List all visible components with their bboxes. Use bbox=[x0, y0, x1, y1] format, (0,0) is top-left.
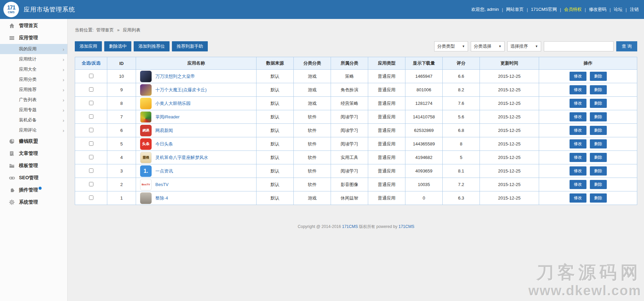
app-source: 默认 bbox=[257, 110, 294, 124]
row-checkbox[interactable] bbox=[89, 114, 93, 119]
sidebar-item[interactable]: 应用分类› bbox=[0, 74, 67, 85]
app-name-link[interactable]: BesTV bbox=[155, 182, 169, 187]
select-all-header[interactable]: 全选/反选 bbox=[75, 57, 107, 70]
sidebar-item[interactable]: 应用评论› bbox=[0, 125, 67, 135]
sidebar-item[interactable]: 管理首页 bbox=[0, 20, 67, 32]
edit-button[interactable]: 修改 bbox=[570, 85, 586, 94]
delete-button[interactable]: 删除 bbox=[590, 99, 607, 108]
app-name-link[interactable]: 今日头条 bbox=[155, 141, 173, 147]
footer-link-2[interactable]: 171CMS bbox=[399, 224, 415, 229]
edit-button[interactable]: 修改 bbox=[570, 126, 586, 135]
app-updated: 2015-12-25 bbox=[480, 164, 539, 178]
sidebar-item[interactable]: 应用统计› bbox=[0, 54, 67, 64]
edit-button[interactable]: 修改 bbox=[570, 99, 586, 108]
breadcrumb-home-link[interactable]: 管理首页 bbox=[96, 27, 114, 32]
row-checkbox[interactable] bbox=[89, 74, 93, 78]
row-checkbox[interactable] bbox=[89, 141, 93, 146]
sidebar-item[interactable]: 文章管理 bbox=[0, 147, 67, 160]
sidebar-item[interactable]: 应用专题› bbox=[0, 105, 67, 115]
app-name-link[interactable]: 万万没想到之大皇帝 bbox=[155, 73, 195, 79]
sidebar-item[interactable]: 装机必备› bbox=[0, 115, 67, 125]
app-type: 普通应用 bbox=[368, 124, 405, 137]
app-name-link[interactable]: 十万个大魔王(点爆皮卡丘) bbox=[155, 87, 207, 93]
sidebar-item[interactable]: 应用推荐› bbox=[0, 85, 67, 95]
add-to-recommend-button[interactable]: 添加到推荐位 bbox=[134, 41, 170, 51]
row-checkbox[interactable] bbox=[89, 168, 93, 173]
app-id: 8 bbox=[107, 97, 136, 110]
app-name-link[interactable]: 小黄人大眼萌乐园 bbox=[155, 100, 191, 107]
sidebar-item[interactable]: SEO管理 bbox=[0, 172, 67, 184]
header-link-separator: | bbox=[609, 7, 610, 12]
delete-button[interactable]: 删除 bbox=[590, 193, 607, 203]
delete-button[interactable]: 删除 bbox=[590, 153, 607, 162]
app-source: 默认 bbox=[257, 178, 294, 191]
chevron-right-icon: › bbox=[63, 67, 64, 72]
header-link[interactable]: 修改密码 bbox=[589, 6, 606, 13]
app-score: 5 bbox=[443, 151, 480, 164]
delete-button[interactable]: 删除 bbox=[590, 139, 607, 148]
edit-button[interactable]: 修改 bbox=[570, 139, 586, 148]
app-subcategory: 实用工具 bbox=[331, 151, 368, 164]
app-source: 默认 bbox=[257, 83, 294, 97]
footer-link-1[interactable]: 171CMS bbox=[342, 224, 358, 229]
app-name-link[interactable]: 一点资讯 bbox=[155, 168, 173, 174]
app-id: 9 bbox=[107, 83, 136, 97]
delete-button[interactable]: 删除 bbox=[590, 72, 607, 81]
header-link[interactable]: 网站首页 bbox=[506, 6, 524, 13]
app-name-link[interactable]: 灵机算命八字星座解梦风水 bbox=[155, 155, 208, 161]
app-name-link[interactable]: 掌阅iReader bbox=[155, 114, 180, 120]
row-checkbox[interactable] bbox=[89, 195, 93, 200]
header-link[interactable]: 会员特权 bbox=[564, 6, 582, 13]
breadcrumb: 当前位置: 管理首页 » 应用列表 bbox=[75, 19, 637, 33]
edit-button[interactable]: 修改 bbox=[570, 166, 586, 176]
header-link[interactable]: 171CMS官网 bbox=[531, 6, 557, 13]
row-checkbox[interactable] bbox=[89, 155, 93, 159]
delete-button[interactable]: 删除 bbox=[590, 126, 607, 135]
app-name-link[interactable]: 整除·4 bbox=[155, 195, 168, 201]
app-subcategory: 经营策略 bbox=[331, 97, 368, 110]
header-link[interactable]: 论坛 bbox=[614, 6, 623, 13]
delete-button[interactable]: 删除 bbox=[590, 166, 607, 176]
sort-order-select[interactable]: 选择排序▼ bbox=[507, 41, 541, 51]
category-select[interactable]: 分类选择▼ bbox=[471, 41, 505, 51]
add-app-button[interactable]: 添加应用 bbox=[75, 41, 102, 51]
app-id: 1 bbox=[107, 191, 136, 205]
header-link[interactable]: 注销 bbox=[630, 6, 639, 13]
menu-icon bbox=[9, 35, 15, 41]
sidebar-item[interactable]: 插件管理 bbox=[0, 184, 67, 196]
app-name-link[interactable]: 网易新闻 bbox=[155, 128, 173, 134]
delete-button[interactable]: 删除 bbox=[590, 112, 607, 121]
edit-button[interactable]: 修改 bbox=[570, 193, 586, 203]
edit-button[interactable]: 修改 bbox=[570, 112, 586, 121]
sidebar-item-label: 应用分类 bbox=[19, 76, 37, 83]
sidebar-item[interactable]: 系统管理 bbox=[0, 196, 67, 208]
search-input[interactable] bbox=[544, 41, 614, 51]
recommend-newbie-button[interactable]: 推荐到新手助 bbox=[172, 41, 208, 51]
app-score: 7.2 bbox=[443, 178, 480, 191]
category-type-select[interactable]: 分类类型▼ bbox=[434, 41, 468, 51]
row-checkbox[interactable] bbox=[89, 128, 93, 132]
notification-dot bbox=[39, 187, 42, 190]
row-checkbox[interactable] bbox=[89, 101, 93, 105]
edit-button[interactable]: 修改 bbox=[570, 180, 586, 189]
delete-selected-button[interactable]: 删除选中 bbox=[104, 41, 131, 51]
edit-button[interactable]: 修改 bbox=[570, 153, 586, 162]
sidebar-item[interactable]: 应用大全› bbox=[0, 64, 67, 74]
row-checkbox[interactable] bbox=[89, 182, 93, 186]
app-downloads: 4194682 bbox=[405, 151, 443, 164]
header-link[interactable]: 欢迎您, admin bbox=[471, 6, 499, 13]
logo: 171 CMS bbox=[3, 2, 19, 17]
edit-button[interactable]: 修改 bbox=[570, 72, 586, 81]
sidebar-item[interactable]: 我的应用› bbox=[0, 44, 67, 54]
app-type: 普通应用 bbox=[368, 191, 405, 205]
search-button[interactable]: 查 询 bbox=[616, 41, 637, 51]
sidebar-item[interactable]: 应用管理 bbox=[0, 32, 67, 44]
sidebar-item[interactable]: 广告列表› bbox=[0, 95, 67, 105]
row-checkbox[interactable] bbox=[89, 87, 93, 92]
delete-button[interactable]: 删除 bbox=[590, 180, 607, 189]
sidebar-item[interactable]: 赚钱联盟 bbox=[0, 135, 67, 147]
sidebar-item[interactable]: 模板管理 bbox=[0, 160, 67, 172]
header-link-separator: | bbox=[626, 7, 627, 12]
chevron-right-icon: › bbox=[63, 57, 64, 62]
delete-button[interactable]: 删除 bbox=[590, 85, 607, 94]
